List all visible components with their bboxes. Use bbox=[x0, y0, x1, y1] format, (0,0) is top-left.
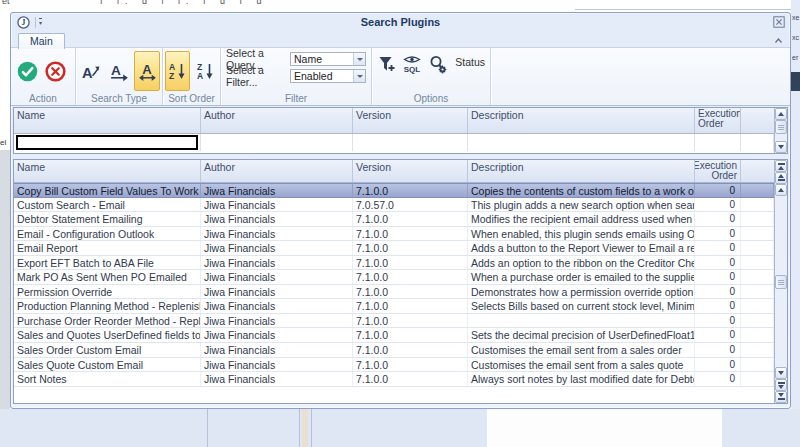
plugin-row[interactable]: Purchase Order Reorder Method - Replenis… bbox=[14, 314, 774, 329]
svg-text:A: A bbox=[197, 71, 203, 81]
column-header-version[interactable]: Version bbox=[353, 160, 468, 182]
cell-execution-order: 0 bbox=[695, 314, 741, 328]
plugin-row[interactable]: Permission Override Jiwa Financials 7.1.… bbox=[14, 285, 774, 300]
filter-combobox-value: Enabled bbox=[294, 70, 333, 82]
plugin-row[interactable]: Sort Notes Jiwa Financials 7.1.0.0 Alway… bbox=[14, 372, 774, 387]
scroll-to-top-icon[interactable] bbox=[775, 160, 787, 172]
background-divider bbox=[299, 409, 300, 447]
column-header-name[interactable]: Name bbox=[14, 160, 201, 182]
filter-cell-description[interactable] bbox=[468, 134, 695, 151]
cell-filler bbox=[741, 343, 774, 357]
scroll-up-icon[interactable] bbox=[775, 184, 787, 196]
scroll-to-bottom-icon[interactable] bbox=[775, 391, 787, 403]
cell-author: Jiwa Financials bbox=[201, 227, 353, 241]
scrollbar-thumb[interactable] bbox=[775, 120, 787, 134]
background-right-strip: xe xc er bbox=[791, 0, 800, 447]
sort-ascending-button[interactable]: A Z bbox=[165, 51, 190, 91]
cell-version: 7.1.0.0 bbox=[353, 241, 468, 255]
ribbon: Action A A bbox=[11, 47, 790, 106]
scroll-page-up-icon[interactable] bbox=[775, 172, 787, 184]
plugins-grid-scrollbar[interactable] bbox=[774, 160, 787, 403]
ok-button[interactable] bbox=[16, 51, 38, 91]
close-icon[interactable] bbox=[773, 16, 785, 28]
cell-execution-order: 0 bbox=[695, 285, 741, 299]
scroll-down-icon[interactable] bbox=[775, 367, 787, 379]
column-header-description[interactable]: Description bbox=[468, 160, 695, 182]
scrollbar-thumb[interactable] bbox=[775, 275, 787, 289]
column-header-filler bbox=[741, 160, 774, 182]
cell-execution-order: 0 bbox=[695, 227, 741, 241]
search-begins-with-button[interactable]: A bbox=[78, 51, 104, 91]
cell-author: Jiwa Financials bbox=[201, 343, 353, 357]
sort-descending-button[interactable]: Z A bbox=[193, 51, 218, 91]
cell-version: 7.1.0.0 bbox=[353, 285, 468, 299]
scroll-down-icon[interactable] bbox=[775, 141, 787, 153]
column-header-execution-order[interactable]: Execution Order bbox=[695, 160, 741, 182]
plugin-row[interactable]: Email - Configuration Outlook Jiwa Finan… bbox=[14, 227, 774, 242]
cell-version: 7.1.0.0 bbox=[353, 227, 468, 241]
ribbon-group-action: Action bbox=[11, 48, 76, 105]
plugin-row[interactable]: Custom Search - Email Jiwa Financials 7.… bbox=[14, 198, 774, 213]
cell-name: Mark PO As Sent When PO Emailed bbox=[14, 270, 201, 284]
search-settings-button[interactable] bbox=[427, 54, 449, 84]
background-left-strip: el bbox=[0, 12, 10, 409]
plugin-row[interactable]: Email Report Jiwa Financials 7.1.0.0 Add… bbox=[14, 241, 774, 256]
scroll-page-down-icon[interactable] bbox=[775, 379, 787, 391]
collapse-ribbon-icon[interactable] bbox=[773, 36, 784, 45]
cell-name: Export EFT Batch to ABA File bbox=[14, 256, 201, 270]
plugin-row[interactable]: Sales Quote Custom Email Jiwa Financials… bbox=[14, 358, 774, 373]
chevron-down-icon[interactable] bbox=[353, 70, 365, 82]
cell-author: Jiwa Financials bbox=[201, 372, 353, 386]
plugin-rows: Copy Bill Custom Field Values To Work Or… bbox=[14, 183, 774, 387]
cancel-button[interactable] bbox=[44, 51, 66, 91]
search-grid-scrollbar[interactable] bbox=[774, 108, 787, 153]
cell-name: Purchase Order Reorder Method - Replenis… bbox=[14, 314, 201, 328]
plugin-row[interactable]: Copy Bill Custom Field Values To Work Or… bbox=[14, 183, 774, 198]
chevron-down-icon[interactable] bbox=[353, 53, 365, 65]
scroll-up-icon[interactable] bbox=[775, 108, 787, 120]
ribbon-tabstrip: Main bbox=[11, 31, 790, 47]
cell-version: 7.1.0.0 bbox=[353, 270, 468, 284]
cell-author: Jiwa Financials bbox=[201, 256, 353, 270]
plugin-row[interactable]: Sales and Quotes UserDefined fields to c… bbox=[14, 328, 774, 343]
cell-filler bbox=[741, 227, 774, 241]
cell-name: Custom Search - Email bbox=[14, 198, 201, 212]
plugin-row[interactable]: Mark PO As Sent When PO Emailed Jiwa Fin… bbox=[14, 270, 774, 285]
column-header-version[interactable]: Version bbox=[353, 108, 468, 133]
funnel-plus-icon bbox=[377, 54, 397, 74]
search-plugins-window: Search Plugins J ▾ Main bbox=[10, 12, 791, 409]
plugin-row[interactable]: Sales Order Custom Email Jiwa Financials… bbox=[14, 343, 774, 358]
column-header-author[interactable]: Author bbox=[201, 108, 353, 133]
cell-description: Copies the contents of custom fields to … bbox=[468, 184, 695, 197]
tab-main[interactable]: Main bbox=[18, 33, 65, 49]
cancel-circle-icon bbox=[45, 61, 66, 82]
scrollbar-track[interactable] bbox=[775, 196, 787, 367]
cell-execution-order: 0 bbox=[695, 358, 741, 372]
cell-execution-order: 0 bbox=[695, 256, 741, 270]
filter-cell-version[interactable] bbox=[353, 134, 468, 151]
cell-author: Jiwa Financials bbox=[201, 270, 353, 284]
plugin-row[interactable]: Production Planning Method - Replenish t… bbox=[14, 299, 774, 314]
filter-combobox[interactable]: Enabled bbox=[290, 69, 366, 83]
search-ends-with-button[interactable]: A bbox=[106, 51, 132, 91]
cell-filler bbox=[741, 328, 774, 342]
plugin-row[interactable]: Export EFT Batch to ABA File Jiwa Financ… bbox=[14, 256, 774, 271]
plugin-row[interactable]: Debtor Statement Emailing Jiwa Financial… bbox=[14, 212, 774, 227]
column-header-description[interactable]: Description bbox=[468, 108, 695, 133]
cell-execution-order: 0 bbox=[695, 343, 741, 357]
query-combobox[interactable]: Name bbox=[290, 52, 366, 66]
group-caption-filter: Filter bbox=[221, 93, 371, 104]
column-header-author[interactable]: Author bbox=[201, 160, 353, 182]
add-filter-button[interactable] bbox=[376, 54, 397, 84]
status-button[interactable]: Status bbox=[455, 56, 485, 68]
view-sql-button[interactable]: SQL bbox=[401, 54, 423, 84]
cell-description: Customises the email sent from a sales q… bbox=[468, 358, 695, 372]
column-header-execution-order[interactable]: Execution Order bbox=[695, 108, 741, 133]
filter-cell-execution[interactable] bbox=[695, 134, 741, 151]
group-caption-action: Action bbox=[11, 93, 75, 104]
name-filter-input[interactable] bbox=[16, 135, 198, 150]
search-contains-button[interactable]: A bbox=[134, 51, 160, 91]
filter-cell-author[interactable] bbox=[201, 134, 353, 151]
column-header-name[interactable]: Name bbox=[14, 108, 201, 133]
background-panel-edge bbox=[575, 9, 791, 10]
